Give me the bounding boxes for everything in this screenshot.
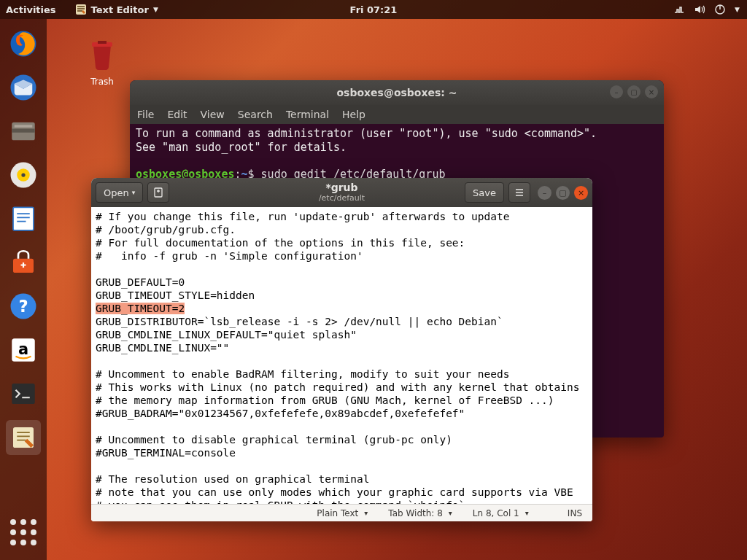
show-applications-button[interactable]	[6, 515, 41, 550]
svg-rect-16	[12, 384, 35, 404]
editor-text-area[interactable]: # If you change this file, run 'update-g…	[91, 207, 592, 504]
dock-firefox[interactable]	[6, 26, 41, 61]
editor-line: # the memory map information from GRUB (…	[96, 394, 588, 407]
document-path: /etc/default	[319, 194, 365, 203]
power-icon[interactable]	[714, 4, 726, 15]
gedit-title-area: *grub /etc/default	[319, 182, 365, 202]
svg-rect-10	[13, 207, 34, 230]
editor-line: GRUB_DEFAULT=0	[96, 276, 588, 289]
dock-rhythmbox[interactable]	[6, 158, 41, 192]
minimize-button[interactable]: –	[610, 85, 623, 98]
editor-line: GRUB_CMDLINE_LINUX_DEFAULT="quiet splash…	[96, 328, 588, 341]
close-button[interactable]: ×	[574, 186, 588, 200]
apps-grid-icon	[10, 519, 36, 545]
menu-file[interactable]: File	[137, 109, 154, 120]
editor-line: GRUB_CMDLINE_LINUX=""	[96, 341, 588, 354]
tab-width-selector[interactable]: Tab Width: 8	[378, 508, 462, 518]
app-menu[interactable]: Text Editor ▼	[75, 4, 158, 15]
svg-rect-5	[12, 129, 35, 133]
terminal-menubar: File Edit View Search Terminal Help	[130, 105, 664, 124]
dock-gedit[interactable]	[6, 420, 41, 455]
trash-icon	[85, 36, 120, 71]
editor-line: # note that you can use only modes which…	[96, 486, 588, 499]
terminal-titlebar[interactable]: osboxes@osboxes: ~ – ▢ ×	[130, 80, 664, 105]
insert-mode[interactable]: INS	[557, 508, 592, 518]
editor-line: # The resolution used on graphical termi…	[96, 472, 588, 486]
dock-terminal[interactable]	[6, 376, 41, 411]
editor-line: # info -f grub -n 'Simple configuration'	[96, 249, 588, 262]
svg-point-9	[21, 173, 25, 176]
document-title: *grub	[319, 182, 365, 193]
menu-view[interactable]: View	[201, 109, 225, 120]
editor-line: #GRUB_TERMINAL=console	[96, 446, 588, 459]
open-button[interactable]: Open▾	[96, 182, 143, 203]
clock[interactable]: Fri 07:21	[350, 4, 398, 15]
dock: ? a	[0, 19, 47, 560]
minimize-button[interactable]: –	[538, 186, 551, 200]
terminal-body[interactable]: To run a command as administrator (user …	[130, 124, 664, 184]
hamburger-icon	[514, 187, 525, 198]
editor-line	[96, 420, 588, 433]
cursor-position[interactable]: Ln 8, Col 1	[462, 508, 557, 518]
svg-text:?: ?	[18, 297, 28, 316]
text-editor-icon	[75, 4, 87, 15]
maximize-button[interactable]: ▢	[556, 186, 570, 200]
menu-search[interactable]: Search	[238, 109, 273, 120]
activities-button[interactable]: Activities	[6, 4, 56, 15]
hamburger-menu-button[interactable]	[508, 182, 530, 203]
syntax-selector[interactable]: Plain Text	[306, 508, 378, 518]
dock-libreoffice-writer[interactable]	[6, 201, 41, 236]
editor-line: # If you change this file, run 'update-g…	[96, 210, 588, 223]
new-tab-button[interactable]	[147, 182, 169, 203]
editor-line: # Uncomment to enable BadRAM filtering, …	[96, 368, 588, 381]
svg-text:a: a	[18, 341, 28, 358]
network-icon[interactable]	[673, 4, 685, 15]
dock-help[interactable]: ?	[6, 289, 41, 324]
editor-line: # For full documentation of the options …	[96, 236, 588, 249]
editor-line	[96, 262, 588, 276]
new-document-icon	[152, 187, 164, 198]
menu-help[interactable]: Help	[342, 109, 365, 120]
editor-line: # This works with Linux (no patch requir…	[96, 381, 588, 394]
editor-line: GRUB_TIMEOUT_STYLE=hidden	[96, 289, 588, 302]
system-menu-arrow[interactable]: ▼	[735, 6, 740, 13]
dock-software[interactable]	[6, 245, 41, 280]
dock-amazon[interactable]: a	[6, 332, 41, 368]
editor-line: GRUB_TIMEOUT=2	[96, 302, 588, 315]
gedit-headerbar[interactable]: Open▾ *grub /etc/default Save – ▢ ×	[91, 178, 592, 207]
svg-rect-6	[15, 125, 33, 128]
dock-files[interactable]	[6, 114, 41, 149]
top-panel: Activities Text Editor ▼ Fri 07:21 ▼	[0, 0, 747, 19]
save-button[interactable]: Save	[465, 182, 504, 203]
editor-line	[96, 354, 588, 368]
volume-icon[interactable]	[694, 4, 705, 15]
gedit-window: Open▾ *grub /etc/default Save – ▢ × # If…	[91, 178, 592, 521]
trash-label: Trash	[79, 77, 125, 87]
close-button[interactable]: ×	[645, 85, 658, 98]
menu-edit[interactable]: Edit	[167, 109, 187, 120]
editor-line: # /boot/grub/grub.cfg.	[96, 223, 588, 236]
gedit-statusbar: Plain Text Tab Width: 8 Ln 8, Col 1 INS	[91, 504, 592, 521]
editor-line	[96, 459, 588, 472]
editor-line: GRUB_DISTRIBUTOR=`lsb_release -i -s 2> /…	[96, 315, 588, 328]
dock-thunderbird[interactable]	[6, 70, 41, 105]
maximize-button[interactable]: ▢	[627, 85, 640, 98]
menu-terminal[interactable]: Terminal	[286, 109, 329, 120]
editor-line: #GRUB_BADRAM="0x01234567,0xfefefefe,0x89…	[96, 407, 588, 420]
editor-line: # Uncomment to disable graphical termina…	[96, 433, 588, 446]
desktop-trash[interactable]: Trash	[79, 36, 125, 87]
editor-line: # you can see them in real GRUB with the…	[96, 499, 588, 504]
terminal-title: osboxes@osboxes: ~	[336, 87, 457, 98]
